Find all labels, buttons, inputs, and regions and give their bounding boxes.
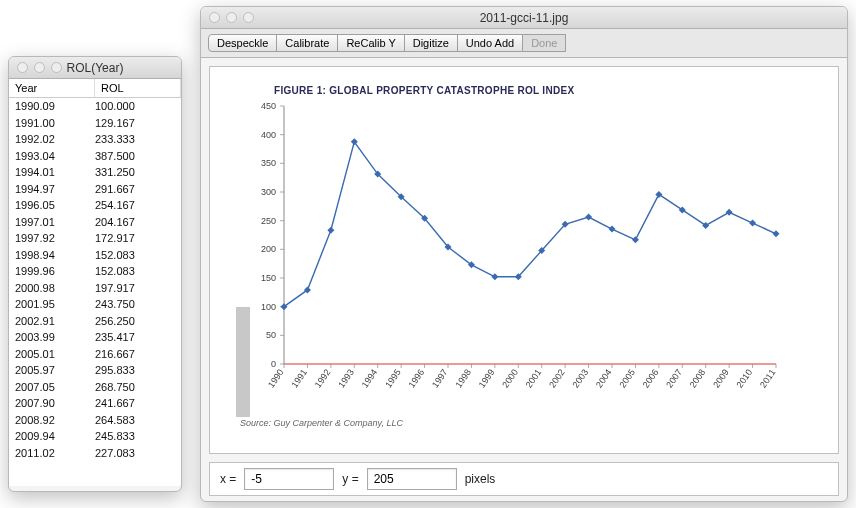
undo-add-button[interactable]: Undo Add (457, 34, 523, 52)
table-row[interactable]: 2008.92264.583 (9, 412, 181, 429)
table-row[interactable]: 2009.94245.833 (9, 428, 181, 445)
svg-text:2004: 2004 (594, 367, 614, 389)
table-row[interactable]: 2007.05268.750 (9, 379, 181, 396)
table-row[interactable]: 2005.01216.667 (9, 346, 181, 363)
cell-year: 2007.05 (15, 379, 95, 396)
cell-year: 2009.94 (15, 428, 95, 445)
table-row[interactable]: 1996.05254.167 (9, 197, 181, 214)
cell-rol: 243.750 (95, 296, 135, 313)
svg-text:1998: 1998 (453, 367, 473, 389)
x-input[interactable] (244, 468, 334, 490)
close-icon[interactable] (17, 62, 28, 73)
svg-text:1993: 1993 (336, 367, 356, 389)
table-header: Year ROL (9, 79, 181, 98)
digitize-button[interactable]: Digitize (404, 34, 458, 52)
cell-year: 1997.92 (15, 230, 95, 247)
svg-text:2008: 2008 (688, 367, 708, 389)
main-window-titlebar[interactable]: 2011-gcci-11.jpg (201, 7, 847, 29)
svg-text:2005: 2005 (617, 367, 637, 389)
chart-title: FIGURE 1: GLOBAL PROPERTY CATASTROPHE RO… (274, 85, 814, 96)
done-button[interactable]: Done (522, 34, 566, 52)
chart-svg: 0501001502002503003504004501990199119921… (234, 102, 794, 412)
cell-rol: 256.250 (95, 313, 135, 330)
table-row[interactable]: 1994.01331.250 (9, 164, 181, 181)
zoom-icon[interactable] (51, 62, 62, 73)
table-row[interactable]: 1993.04387.500 (9, 148, 181, 165)
table-row[interactable]: 1994.97291.667 (9, 181, 181, 198)
cell-year: 1990.09 (15, 98, 95, 115)
cell-year: 2008.92 (15, 412, 95, 429)
svg-text:2003: 2003 (571, 367, 591, 389)
svg-text:2001: 2001 (524, 367, 544, 389)
table-row[interactable]: 1997.92172.917 (9, 230, 181, 247)
svg-text:400: 400 (261, 130, 276, 140)
svg-text:350: 350 (261, 158, 276, 168)
column-header-year[interactable]: Year (9, 79, 95, 97)
cell-rol: 295.833 (95, 362, 135, 379)
calibrate-button[interactable]: Calibrate (276, 34, 338, 52)
cell-year: 1999.96 (15, 263, 95, 280)
minimize-icon[interactable] (226, 12, 237, 23)
cell-rol: 268.750 (95, 379, 135, 396)
cell-rol: 129.167 (95, 115, 135, 132)
cell-rol: 100.000 (95, 98, 135, 115)
cell-rol: 233.333 (95, 131, 135, 148)
svg-text:1990: 1990 (266, 367, 286, 389)
cell-year: 1992.02 (15, 131, 95, 148)
despeckle-button[interactable]: Despeckle (208, 34, 277, 52)
svg-text:1991: 1991 (289, 367, 309, 389)
column-header-rol[interactable]: ROL (95, 79, 181, 97)
svg-text:2000: 2000 (500, 367, 520, 389)
table-row[interactable]: 2005.97295.833 (9, 362, 181, 379)
x-label: x = (220, 472, 236, 486)
table-row[interactable]: 2007.90241.667 (9, 395, 181, 412)
table-row[interactable]: 2001.95243.750 (9, 296, 181, 313)
table-row[interactable]: 1992.02233.333 (9, 131, 181, 148)
toolbar: Despeckle Calibrate ReCalib Y Digitize U… (201, 29, 847, 58)
cell-rol: 235.417 (95, 329, 135, 346)
cell-year: 1994.97 (15, 181, 95, 198)
chart-pane[interactable]: FIGURE 1: GLOBAL PROPERTY CATASTROPHE RO… (209, 66, 839, 454)
zoom-icon[interactable] (243, 12, 254, 23)
svg-text:1995: 1995 (383, 367, 403, 389)
cell-year: 1994.01 (15, 164, 95, 181)
recalib-y-button[interactable]: ReCalib Y (337, 34, 404, 52)
table-row[interactable]: 2002.91256.250 (9, 313, 181, 330)
table-row[interactable]: 1997.01204.167 (9, 214, 181, 231)
cell-rol: 197.917 (95, 280, 135, 297)
units-label: pixels (465, 472, 496, 486)
cell-year: 2001.95 (15, 296, 95, 313)
traffic-lights (209, 12, 254, 23)
svg-text:2009: 2009 (711, 367, 731, 389)
table-row[interactable]: 1990.09100.000 (9, 98, 181, 115)
table-row[interactable]: 1999.96152.083 (9, 263, 181, 280)
cell-rol: 152.083 (95, 247, 135, 264)
close-icon[interactable] (209, 12, 220, 23)
cell-year: 1991.00 (15, 115, 95, 132)
svg-text:2007: 2007 (664, 367, 684, 389)
table-row[interactable]: 1998.94152.083 (9, 247, 181, 264)
cell-year: 2003.99 (15, 329, 95, 346)
data-window-titlebar[interactable]: ROL(Year) (9, 57, 181, 79)
cell-year: 2011.02 (15, 445, 95, 462)
svg-text:50: 50 (266, 330, 276, 340)
chart-source: Source: Guy Carpenter & Company, LLC (240, 418, 814, 428)
cell-year: 2002.91 (15, 313, 95, 330)
svg-text:100: 100 (261, 302, 276, 312)
svg-text:2006: 2006 (641, 367, 661, 389)
table-row[interactable]: 2003.99235.417 (9, 329, 181, 346)
y-label: y = (342, 472, 358, 486)
traffic-lights (17, 62, 62, 73)
cell-year: 1993.04 (15, 148, 95, 165)
svg-text:1996: 1996 (407, 367, 427, 389)
table-row[interactable]: 2011.02227.083 (9, 445, 181, 462)
minimize-icon[interactable] (34, 62, 45, 73)
table-row[interactable]: 2000.98197.917 (9, 280, 181, 297)
table-row[interactable]: 1991.00129.167 (9, 115, 181, 132)
cell-rol: 204.167 (95, 214, 135, 231)
cell-year: 1996.05 (15, 197, 95, 214)
cell-year: 2007.90 (15, 395, 95, 412)
cell-rol: 227.083 (95, 445, 135, 462)
y-input[interactable] (367, 468, 457, 490)
svg-text:200: 200 (261, 244, 276, 254)
